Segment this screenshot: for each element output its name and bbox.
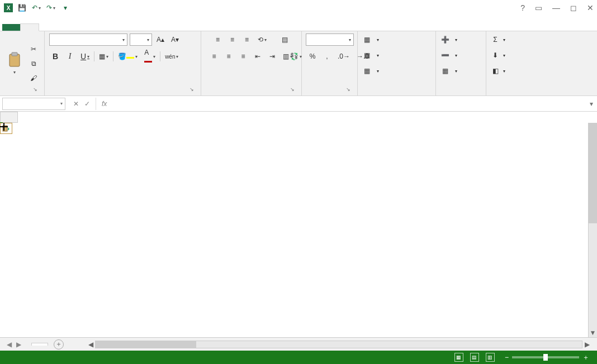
restore-icon[interactable]: ◻ [570,3,577,12]
fill-button[interactable]: ⬇▾ [491,49,505,61]
enter-formula-icon[interactable]: ✓ [84,100,90,108]
group-label-align: ↘ [206,93,297,94]
help-icon[interactable]: ? [520,3,525,12]
delete-cells-icon: ➖ [440,51,449,59]
percent-icon[interactable]: % [306,50,319,63]
new-sheet-button[interactable]: ＋ [54,339,64,349]
tab-data[interactable] [93,24,111,31]
clipboard-launcher[interactable]: ↘ [32,87,39,93]
decrease-indent-icon[interactable]: ⇤ [252,50,264,63]
name-box[interactable] [2,98,65,110]
status-bar: ▦ ▤ ▥ − ＋ [0,351,597,364]
increase-decimal-icon[interactable]: .0→ [335,50,352,63]
group-label-clipboard: ↘ [4,93,40,94]
minimize-icon[interactable]: — [552,3,560,12]
tab-formula[interactable] [75,24,93,31]
select-all-corner[interactable] [0,112,18,123]
conditional-format-button[interactable]: ▦▾ [362,33,379,46]
comma-icon[interactable]: , [321,50,333,63]
autosum-button[interactable]: Σ▾ [491,33,505,46]
cut-icon[interactable]: ✂ [27,43,40,55]
zoom-in-button[interactable]: ＋ [582,353,589,362]
sheet-nav-prev[interactable]: ◀ [7,341,12,348]
ribbon-tabs [0,16,597,31]
align-top-icon[interactable]: ≡ [212,33,224,46]
tab-review[interactable] [111,24,129,31]
scroll-left-arrow[interactable]: ◀ [86,340,95,349]
group-label-number: ↘ [306,93,353,94]
save-icon[interactable]: 💾 [16,2,28,14]
page-layout-view-icon[interactable]: ▤ [470,353,479,362]
font-color-button[interactable]: A [142,50,158,63]
borders-button[interactable]: ▦ [97,50,111,63]
vertical-scrollbar[interactable]: ▲ ▼ [588,123,597,337]
insert-cells-button[interactable]: ➕▾ [440,33,457,46]
accounting-format-icon[interactable]: 💱 [288,50,304,63]
scroll-right-arrow[interactable]: ▶ [582,340,591,349]
copy-icon[interactable]: ⧉ [27,58,40,70]
view-buttons: ▦ ▤ ▥ [454,353,495,362]
vscroll-thumb[interactable] [589,123,597,223]
align-bottom-icon[interactable]: ≡ [241,33,253,46]
scroll-down-arrow[interactable]: ▼ [589,328,597,337]
tab-view[interactable] [129,24,146,31]
sheet-nav-next[interactable]: ▶ [16,341,21,348]
undo-button[interactable]: ↶ [30,2,42,14]
align-middle-icon[interactable]: ≡ [226,33,239,46]
align-center-icon[interactable]: ≡ [222,50,235,63]
clear-button[interactable]: ◧▾ [491,65,505,77]
delete-cells-button[interactable]: ➖▾ [440,49,457,61]
tab-file[interactable] [2,24,20,31]
close-icon[interactable]: ✕ [587,3,594,12]
login-link[interactable] [579,24,597,31]
tab-insert[interactable] [39,24,57,31]
fill-down-icon: ⬇ [491,51,500,59]
normal-view-icon[interactable]: ▦ [454,353,463,362]
decrease-font-icon[interactable]: A▾ [169,33,181,46]
worksheet-grid[interactable]: ▲ ▼ [0,112,597,337]
paste-button[interactable]: ▾ [4,52,24,75]
orientation-icon[interactable]: ⟲ [255,33,269,46]
horizontal-scrollbar[interactable]: ◀ ▶ [86,340,591,349]
clipboard-icon [7,52,22,68]
ribbon-display-icon[interactable]: ▭ [535,3,542,12]
phonetic-button[interactable]: wén [163,50,181,63]
align-right-icon[interactable]: ≡ [237,50,249,63]
window-controls: ? ▭ — ◻ ✕ [520,3,594,12]
expand-formula-bar[interactable]: ▾ [586,100,597,108]
increase-indent-icon[interactable]: ⇥ [266,50,278,63]
align-left-icon[interactable]: ≡ [208,50,220,63]
bold-button[interactable]: B [49,50,61,63]
qat-customize[interactable]: ▾ [59,2,72,14]
formula-bar: ✕ ✓ fx ▾ [0,96,597,112]
font-name-combo[interactable]: ▾ [49,33,127,46]
number-launcher[interactable]: ↘ [345,87,352,93]
sheet-tab-1[interactable] [31,343,48,346]
wrap-text-icon[interactable]: ▤ [279,33,291,46]
number-format-combo[interactable]: ▾ [306,33,354,46]
group-label-styles [362,93,431,94]
hscroll-thumb[interactable] [96,341,196,348]
zoom-out-button[interactable]: − [505,353,509,361]
zoom-slider[interactable] [512,356,579,358]
align-launcher[interactable]: ↘ [289,87,296,93]
increase-font-icon[interactable]: A▴ [154,33,167,46]
fill-color-button[interactable]: 🪣 [116,50,140,63]
cell-styles-button[interactable]: ▦▾ [362,65,379,77]
format-painter-icon[interactable]: 🖌 [27,72,40,84]
underline-button[interactable]: U [78,50,92,63]
tab-home[interactable] [20,23,39,31]
italic-button[interactable]: I [64,50,76,63]
format-as-table-button[interactable]: ▦▾ [362,49,379,61]
fx-icon[interactable]: fx [96,100,112,108]
font-launcher[interactable]: ↘ [188,87,195,93]
tab-layout[interactable] [57,24,75,31]
redo-button[interactable]: ↷ [45,2,57,14]
ribbon: ▾ ✂ ⧉ 🖌 ↘ ▾ ▾ A▴ A▾ B I U ▦ [0,31,597,96]
font-size-combo[interactable]: ▾ [130,33,152,46]
cancel-formula-icon[interactable]: ✕ [73,100,79,108]
page-break-view-icon[interactable]: ▥ [486,353,495,362]
svg-rect-3 [12,52,17,56]
group-cells: ➕▾ ➖▾ ▦▾ [436,31,486,95]
format-cells-button[interactable]: ▦▾ [440,65,457,77]
